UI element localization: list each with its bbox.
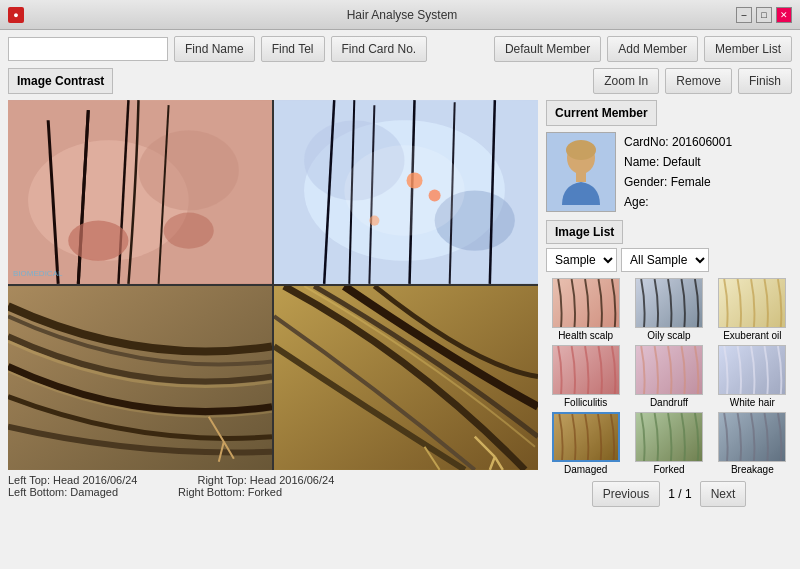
- thumbnail-label-0: Health scalp: [558, 330, 613, 341]
- caption-right-top: Right Top: Head 2016/06/24: [197, 474, 334, 486]
- member-card-no: CardNo: 201606001: [624, 132, 732, 152]
- image-top-left[interactable]: BIOMEDICAL: [8, 100, 272, 284]
- search-input[interactable]: [8, 37, 168, 61]
- finish-button[interactable]: Finish: [738, 68, 792, 94]
- thumbnail-item-1[interactable]: Oily scalp: [629, 278, 708, 341]
- default-member-button[interactable]: Default Member: [494, 36, 601, 62]
- sample-dropdown[interactable]: Sample: [546, 248, 617, 272]
- svg-point-7: [68, 221, 128, 261]
- thumbnail-label-1: Oily scalp: [647, 330, 690, 341]
- thumbnail-label-7: Forked: [653, 464, 684, 475]
- image-list-label: Image List: [546, 220, 623, 244]
- right-panel: Current Member CardNo: 201606: [546, 100, 792, 507]
- main-content: Find Name Find Tel Find Card No. Default…: [0, 30, 800, 513]
- caption-right-bottom: Right Bottom: Forked: [178, 486, 282, 498]
- next-button[interactable]: Next: [700, 481, 747, 507]
- member-gender: Gender: Female: [624, 172, 732, 192]
- thumbnail-item-0[interactable]: Health scalp: [546, 278, 625, 341]
- image-captions: Left Top: Head 2016/06/24 Right Top: Hea…: [8, 474, 538, 498]
- pagination: Previous 1 / 1 Next: [546, 481, 792, 507]
- svg-point-28: [566, 140, 596, 160]
- thumbnail-image-0: [552, 278, 620, 328]
- remove-button[interactable]: Remove: [665, 68, 732, 94]
- svg-text:BIOMEDICAL: BIOMEDICAL: [13, 269, 63, 278]
- maximize-button[interactable]: □: [756, 7, 772, 23]
- thumbnail-item-7[interactable]: Forked: [629, 412, 708, 475]
- svg-point-2: [138, 130, 238, 210]
- thumbnail-image-6: [552, 412, 620, 462]
- thumbnail-item-4[interactable]: Dandruff: [629, 345, 708, 408]
- image-contrast-label: Image Contrast: [8, 68, 113, 94]
- all-sample-dropdown[interactable]: All Sample: [621, 248, 709, 272]
- toolbar-row-2: Image Contrast Zoom In Remove Finish: [8, 68, 792, 94]
- thumbnail-image-4: [635, 345, 703, 395]
- svg-rect-29: [576, 172, 586, 182]
- find-tel-button[interactable]: Find Tel: [261, 36, 325, 62]
- thumbnail-item-3[interactable]: Folliculitis: [546, 345, 625, 408]
- current-member-label: Current Member: [546, 100, 657, 126]
- find-name-button[interactable]: Find Name: [174, 36, 255, 62]
- thumbnail-item-8[interactable]: Breakage: [713, 412, 792, 475]
- window-controls[interactable]: – □ ✕: [736, 7, 792, 23]
- image-list-selects: Sample All Sample: [546, 248, 792, 272]
- thumbnail-image-3: [552, 345, 620, 395]
- minimize-button[interactable]: –: [736, 7, 752, 23]
- member-name: Name: Default: [624, 152, 732, 172]
- image-bottom-left[interactable]: [8, 286, 272, 470]
- thumbnail-image-5: [718, 345, 786, 395]
- caption-left-bottom: Left Bottom: Damaged: [8, 486, 118, 498]
- thumbnail-label-8: Breakage: [731, 464, 774, 475]
- thumbnail-label-3: Folliculitis: [564, 397, 607, 408]
- zoom-in-button[interactable]: Zoom In: [593, 68, 659, 94]
- member-list-button[interactable]: Member List: [704, 36, 792, 62]
- page-info: 1 / 1: [668, 487, 691, 501]
- thumbnail-label-4: Dandruff: [650, 397, 688, 408]
- image-bottom-right[interactable]: [274, 286, 538, 470]
- thumbnail-image-1: [635, 278, 703, 328]
- member-details: CardNo: 201606001 Name: Default Gender: …: [624, 132, 732, 212]
- thumbnail-image-7: [635, 412, 703, 462]
- member-age: Age:: [624, 192, 732, 212]
- thumbnail-label-5: White hair: [730, 397, 775, 408]
- thumbnail-label-6: Damaged: [564, 464, 607, 475]
- left-panel: BIOMEDICAL: [8, 100, 538, 507]
- thumbnail-item-6[interactable]: Damaged: [546, 412, 625, 475]
- caption-left-top: Left Top: Head 2016/06/24: [8, 474, 137, 486]
- thumbnail-image-2: [718, 278, 786, 328]
- thumbnail-label-2: Exuberant oil: [723, 330, 781, 341]
- svg-point-22: [344, 145, 464, 235]
- thumbnail-item-2[interactable]: Exuberant oil: [713, 278, 792, 341]
- image-top-right[interactable]: [274, 100, 538, 284]
- thumbnail-image-8: [718, 412, 786, 462]
- toolbar-row-1: Find Name Find Tel Find Card No. Default…: [8, 36, 792, 62]
- close-button[interactable]: ✕: [776, 7, 792, 23]
- member-info: CardNo: 201606001 Name: Default Gender: …: [546, 132, 792, 212]
- svg-point-8: [164, 213, 214, 249]
- app-title: Hair Analyse System: [68, 8, 736, 22]
- previous-button[interactable]: Previous: [592, 481, 661, 507]
- find-card-no-button[interactable]: Find Card No.: [331, 36, 428, 62]
- thumbnail-item-5[interactable]: White hair: [713, 345, 792, 408]
- content-area: BIOMEDICAL: [8, 100, 792, 507]
- thumbnail-grid: Health scalpOily scalpExuberant oilFolli…: [546, 278, 792, 475]
- avatar: [546, 132, 616, 212]
- title-bar: ● Hair Analyse System – □ ✕: [0, 0, 800, 30]
- image-grid: BIOMEDICAL: [8, 100, 538, 470]
- add-member-button[interactable]: Add Member: [607, 36, 698, 62]
